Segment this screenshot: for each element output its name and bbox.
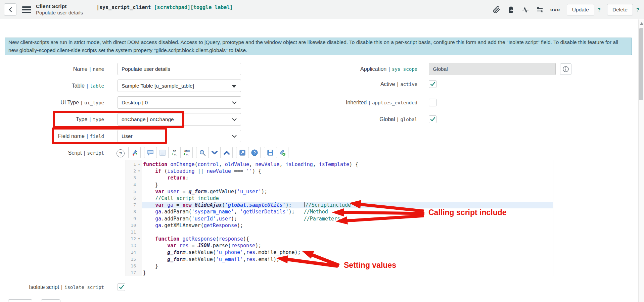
- line-number: 4: [126, 182, 136, 188]
- replace-icon: abac: [171, 149, 178, 156]
- more-options-icon[interactable]: ooo: [550, 7, 560, 12]
- syntax-editor-toggle-button[interactable]: [128, 147, 141, 158]
- code-line[interactable]: 16 }: [126, 263, 553, 269]
- script-editor-toolbar: abac abac ?: [128, 147, 288, 158]
- code-line[interactable]: 7 var ga = new GlideAjax('global.sampleU…: [126, 202, 553, 208]
- search-button[interactable]: [196, 147, 209, 158]
- script-code-editor[interactable]: 1▾function onChange(control, oldValue, n…: [126, 160, 553, 276]
- back-button[interactable]: [4, 3, 16, 16]
- line-number: 12: [126, 236, 136, 242]
- fold-gutter: [136, 182, 142, 188]
- field-label-isolate-script: Isolate script|isolate_script: [0, 284, 104, 291]
- application-info-button[interactable]: [560, 63, 571, 75]
- annotation-calling-script-include: Calling script include: [428, 208, 507, 217]
- fold-arrow-icon[interactable]: ▾: [136, 236, 142, 242]
- form-context-menu-icon[interactable]: [22, 6, 31, 13]
- code-line[interactable]: 10 ga.getXMLAnswer(getResponse);: [126, 222, 553, 229]
- code-line[interactable]: 5 var user = g_form.getValue('u_user');: [126, 188, 553, 195]
- code-line[interactable]: 11: [126, 229, 553, 236]
- replace-button[interactable]: abac: [168, 147, 181, 158]
- field-label-active: Active|active: [283, 78, 417, 90]
- fold-gutter: [136, 188, 142, 195]
- isolate-script-checkbox[interactable]: [118, 283, 125, 291]
- replace-all-button[interactable]: abac: [180, 147, 193, 158]
- field-label-ui-type: UI Type|ui_type: [0, 96, 104, 109]
- syntax-editor-icon: [131, 149, 138, 156]
- chevron-down-icon: [232, 118, 237, 121]
- line-number: 6: [126, 195, 136, 202]
- global-checkbox[interactable]: [429, 115, 436, 123]
- active-checkbox[interactable]: [429, 80, 436, 88]
- scrollbar-up-arrow[interactable]: [640, 22, 643, 25]
- code-line[interactable]: 3 return;: [126, 174, 553, 181]
- validate-script-button[interactable]: [276, 147, 288, 158]
- line-number: 3: [126, 174, 136, 181]
- save-floppy-icon: [267, 149, 274, 156]
- find-next-button[interactable]: [208, 147, 221, 158]
- code-text: //Call script include: [142, 195, 553, 202]
- scrollbar-thumb[interactable]: [639, 28, 643, 100]
- code-text: var ga = new GlideAjax('global.sampleUti…: [142, 202, 553, 208]
- code-line[interactable]: 1▾function onChange(control, oldValue, n…: [126, 161, 553, 168]
- svg-text:ab: ab: [173, 150, 176, 153]
- delete-button[interactable]: Delete: [607, 4, 633, 15]
- form-footer-button-2[interactable]: [41, 299, 60, 302]
- code-line[interactable]: 6 //Call script include: [126, 195, 553, 202]
- code-line[interactable]: 12▾ function getResponse(response){: [126, 236, 553, 242]
- form-footer-button-1[interactable]: [8, 299, 32, 302]
- template-clipboard-icon[interactable]: [507, 6, 515, 14]
- code-text: }: [142, 182, 553, 188]
- fold-gutter: [136, 269, 142, 276]
- code-text: function onChange(control, oldValue, new…: [142, 161, 553, 168]
- fold-arrow-icon[interactable]: ▾: [136, 161, 142, 168]
- code-text: if (isLoading || newValue === '') {: [142, 168, 553, 174]
- line-number: 15: [126, 256, 136, 263]
- line-number: 11: [126, 229, 136, 236]
- open-full-screen-button[interactable]: [236, 147, 248, 158]
- meta-pipe: |: [96, 4, 99, 10]
- find-previous-button[interactable]: [220, 147, 233, 158]
- inherited-checkbox[interactable]: [429, 99, 436, 106]
- code-line[interactable]: 4 }: [126, 182, 553, 188]
- fold-gutter: [136, 263, 142, 269]
- ui-type-select[interactable]: Desktop | 0: [118, 96, 241, 109]
- meta-table-tags: [scratchpad][toggle label]: [154, 4, 233, 10]
- code-line[interactable]: 2▾ if (isLoading || newValue === '') {: [126, 168, 553, 174]
- fold-gutter: [136, 229, 142, 236]
- code-line[interactable]: 17}: [126, 269, 553, 276]
- script-help-icon[interactable]: ?: [117, 149, 125, 157]
- chevron-up-bold-icon: [224, 151, 230, 155]
- pop-out-icon: [239, 149, 246, 156]
- comment-toggle-button[interactable]: [144, 147, 156, 158]
- field-name-select[interactable]: User: [118, 130, 241, 142]
- name-input[interactable]: [118, 63, 241, 75]
- field-label-table: Table|table: [0, 80, 104, 92]
- update-help-mark[interactable]: ?: [598, 7, 601, 12]
- update-button[interactable]: Update: [567, 4, 594, 15]
- field-label-type: Type|type: [0, 113, 104, 125]
- line-number: 14: [126, 249, 136, 256]
- fold-arrow-icon[interactable]: ▾: [136, 168, 142, 174]
- format-code-button[interactable]: [156, 147, 169, 158]
- personalize-sliders-icon[interactable]: [536, 6, 544, 14]
- activity-stream-icon[interactable]: [521, 6, 530, 14]
- field-label-script: Script|script: [0, 147, 104, 159]
- code-text: function getResponse(response){: [142, 236, 553, 242]
- info-circle-icon: [562, 66, 569, 72]
- chevron-down-icon: [232, 135, 237, 138]
- scrollbar[interactable]: [638, 19, 644, 302]
- line-number: 8: [126, 208, 136, 215]
- attachment-paperclip-icon[interactable]: [493, 6, 501, 14]
- save-button[interactable]: [264, 147, 276, 158]
- editor-help-button[interactable]: ?: [248, 147, 261, 158]
- type-select[interactable]: onChange | onChange: [118, 113, 241, 125]
- info-banner: New client-scripts are run in strict mod…: [5, 38, 632, 55]
- text-cursor: [304, 202, 305, 207]
- delete-help-mark[interactable]: ?: [636, 7, 639, 12]
- code-line[interactable]: 13 var res = JSON.parse(response);: [126, 242, 553, 249]
- table-select[interactable]: Sample Table [u_sample_table]: [118, 80, 241, 92]
- code-line[interactable]: 15 g_form.setValue('u_email',res.email);: [126, 256, 553, 263]
- check-icon: [430, 117, 435, 122]
- code-line[interactable]: 14 g_form.setValue('u_phone',res.mobile_…: [126, 249, 553, 256]
- annotation-setting-values: Setting values: [344, 261, 396, 270]
